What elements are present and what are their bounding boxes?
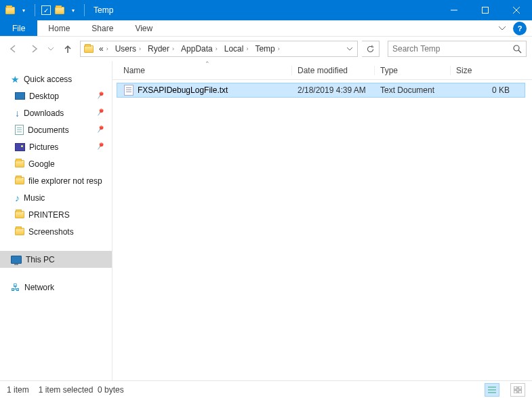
- file-size: 0 KB: [451, 85, 525, 95]
- svg-rect-13: [518, 391, 522, 393]
- qat-properties-icon[interactable]: ✓: [40, 3, 52, 18]
- breadcrumb-item[interactable]: Temp›: [251, 41, 283, 56]
- separator: [84, 4, 85, 16]
- file-name: FXSAPIDebugLogFile.txt: [138, 85, 228, 95]
- navigation-bar: «› Users› Ryder› AppData› Local› Temp›: [0, 37, 532, 61]
- search-icon[interactable]: [508, 45, 526, 54]
- sidebar-item-label: Music: [24, 193, 45, 203]
- breadcrumb-overflow[interactable]: «›: [96, 41, 112, 56]
- sidebar-item-label: This PC: [26, 255, 55, 264]
- sidebar-this-pc[interactable]: This PC: [0, 251, 112, 268]
- app-folder-icon: [4, 3, 16, 18]
- column-header-size[interactable]: Size: [450, 66, 532, 75]
- breadcrumb-item[interactable]: Ryder›: [144, 41, 178, 56]
- pc-icon: [11, 256, 22, 264]
- sidebar-item-screenshots[interactable]: Screenshots: [0, 223, 112, 240]
- tab-home[interactable]: Home: [37, 20, 81, 36]
- sidebar-item-label: PRINTERS: [28, 210, 70, 220]
- column-header-name[interactable]: ⌃Name: [123, 66, 291, 75]
- help-icon[interactable]: ?: [513, 22, 527, 35]
- sidebar-item-label: file explorer not resp: [28, 176, 102, 186]
- maximize-button[interactable]: [470, 0, 501, 20]
- pin-icon: 📍: [94, 89, 107, 102]
- sidebar-item-file-explorer[interactable]: file explorer not resp: [0, 172, 112, 189]
- thumbnails-view-button[interactable]: [510, 383, 525, 397]
- folder-icon: [15, 228, 24, 235]
- status-bar: 1 item 1 item selected 0 bytes: [0, 380, 532, 398]
- sidebar-item-label: Downloads: [24, 108, 64, 118]
- qat-more-icon[interactable]: ▾: [67, 3, 79, 18]
- status-selected: 1 item selected 0 bytes: [39, 385, 124, 395]
- sidebar-item-label: Pictures: [29, 142, 58, 152]
- title-bar: ▾ ✓ ▾ Temp: [0, 0, 532, 20]
- pin-icon: 📍: [94, 123, 107, 136]
- sidebar-item-label: Network: [24, 283, 54, 292]
- desktop-icon: [15, 92, 25, 100]
- sidebar-item-printers[interactable]: PRINTERS: [0, 206, 112, 223]
- sidebar-item-label: Desktop: [29, 92, 59, 101]
- svg-rect-10: [514, 386, 517, 389]
- recent-locations-icon[interactable]: [46, 41, 56, 57]
- search-input[interactable]: [388, 44, 508, 54]
- tab-share[interactable]: Share: [81, 20, 124, 36]
- folder-icon: [15, 211, 24, 218]
- location-folder-icon: [82, 45, 96, 53]
- details-view-button[interactable]: [485, 383, 499, 397]
- qat-folder-icon[interactable]: [54, 3, 66, 18]
- star-icon: ★: [11, 74, 20, 85]
- navigation-pane: ★Quick access Desktop📍 ↓Downloads📍 Docum…: [0, 61, 112, 380]
- sidebar-network[interactable]: 🖧Network: [0, 279, 112, 296]
- column-header-type[interactable]: Type: [374, 66, 450, 75]
- column-header-date[interactable]: Date modified: [291, 66, 374, 75]
- sidebar-quick-access[interactable]: ★Quick access: [0, 71, 112, 87]
- qat-dropdown-icon[interactable]: ▾: [18, 3, 30, 18]
- file-tab[interactable]: File: [0, 20, 37, 36]
- documents-icon: [15, 125, 24, 135]
- downloads-icon: ↓: [15, 108, 20, 119]
- breadcrumb-item[interactable]: AppData›: [178, 41, 221, 56]
- text-file-icon: [124, 85, 134, 96]
- sidebar-item-documents[interactable]: Documents📍: [0, 121, 112, 138]
- music-icon: ♪: [15, 193, 20, 203]
- folder-icon: [15, 160, 24, 167]
- file-row[interactable]: FXSAPIDebugLogFile.txt 2/18/2019 4:39 AM…: [117, 83, 525, 98]
- svg-rect-11: [518, 386, 522, 389]
- up-button[interactable]: [60, 41, 76, 57]
- svg-rect-1: [483, 7, 489, 14]
- sidebar-item-google[interactable]: Google: [0, 155, 112, 172]
- network-icon: 🖧: [11, 282, 20, 293]
- separator: [35, 4, 35, 16]
- content-pane: ⌃Name Date modified Type Size FXSAPIDebu…: [112, 61, 532, 380]
- window-title: Temp: [94, 5, 113, 15]
- svg-point-5: [514, 45, 519, 51]
- sidebar-item-label: Google: [28, 159, 55, 169]
- pin-icon: 📍: [94, 140, 107, 153]
- sidebar-item-music[interactable]: ♪Music: [0, 189, 112, 206]
- sidebar-item-label: Documents: [28, 125, 69, 135]
- file-type: Text Document: [375, 85, 451, 95]
- address-bar[interactable]: «› Users› Ryder› AppData› Local› Temp›: [80, 41, 358, 57]
- expand-ribbon-icon[interactable]: [494, 20, 510, 36]
- folder-icon: [15, 177, 24, 184]
- breadcrumb-item[interactable]: Users›: [112, 41, 144, 56]
- refresh-button[interactable]: [362, 41, 380, 57]
- forward-button[interactable]: [26, 41, 42, 57]
- minimize-button[interactable]: [438, 0, 470, 20]
- column-headers: ⌃Name Date modified Type Size: [112, 61, 532, 80]
- svg-rect-12: [514, 391, 517, 393]
- sidebar-item-downloads[interactable]: ↓Downloads📍: [0, 104, 112, 121]
- svg-line-6: [518, 50, 521, 53]
- sidebar-item-desktop[interactable]: Desktop📍: [0, 87, 112, 104]
- tab-view[interactable]: View: [124, 20, 163, 36]
- main-area: ★Quick access Desktop📍 ↓Downloads📍 Docum…: [0, 61, 532, 380]
- close-button[interactable]: [501, 0, 532, 20]
- address-dropdown-icon[interactable]: [344, 47, 356, 51]
- back-button[interactable]: [5, 41, 22, 57]
- sidebar-item-pictures[interactable]: Pictures📍: [0, 138, 112, 155]
- breadcrumb-item[interactable]: Local›: [221, 41, 252, 56]
- file-list[interactable]: FXSAPIDebugLogFile.txt 2/18/2019 4:39 AM…: [112, 80, 532, 380]
- sidebar-item-label: Screenshots: [28, 227, 74, 237]
- sort-caret-icon: ⌃: [205, 60, 210, 67]
- sidebar-item-label: Quick access: [24, 75, 72, 84]
- search-box[interactable]: [388, 41, 527, 57]
